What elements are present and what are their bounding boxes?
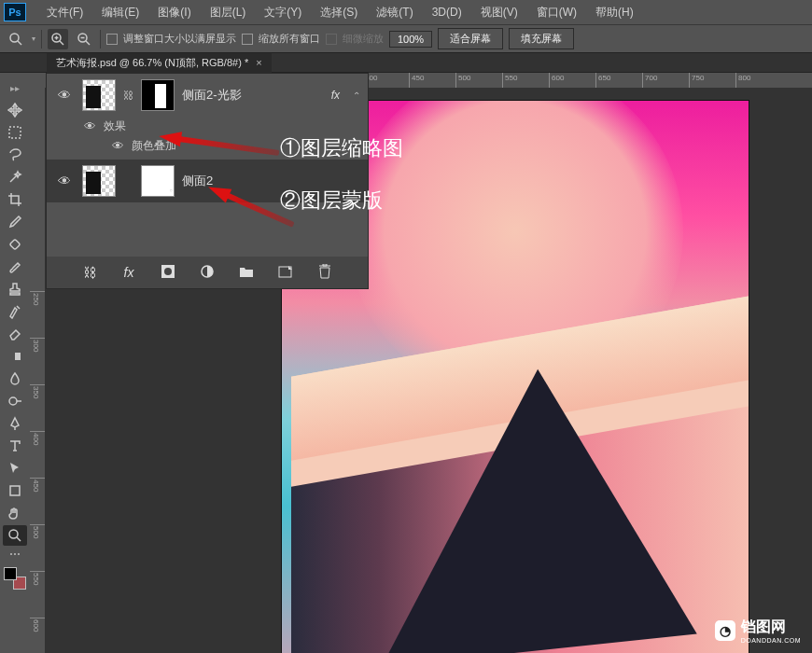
color-swatches[interactable]: [4, 567, 26, 590]
ruler-tick: 550: [505, 74, 517, 82]
layer-mask-thumbnail[interactable]: [141, 79, 175, 111]
link-icon[interactable]: ⛓: [123, 90, 133, 101]
ruler-tick: 800: [738, 74, 750, 82]
panel-footer: ⛓ fx: [47, 257, 368, 288]
ruler-tick: 300: [32, 340, 40, 352]
lasso-tool[interactable]: [3, 145, 27, 165]
marquee-tool[interactable]: [3, 122, 27, 143]
shape-tool[interactable]: [3, 480, 27, 501]
ruler-origin[interactable]: [30, 73, 45, 88]
dodge-tool[interactable]: [3, 391, 27, 411]
eraser-tool[interactable]: [3, 324, 27, 344]
smart-object-thumbnail[interactable]: ▫: [141, 165, 175, 197]
foreground-color-swatch[interactable]: [4, 567, 17, 580]
new-group-icon[interactable]: [237, 265, 256, 281]
layer-name[interactable]: 侧面2-光影: [182, 87, 324, 104]
ruler-tick: 650: [598, 74, 610, 82]
menu-window[interactable]: 窗口(W): [527, 1, 586, 24]
separator: [100, 30, 101, 49]
dropdown-caret-icon[interactable]: ▾: [32, 35, 35, 43]
annotation-thumbnail: ①图层缩略图: [280, 134, 403, 162]
zoom-tool[interactable]: [3, 525, 27, 546]
pen-tool[interactable]: [3, 413, 27, 434]
path-select-tool[interactable]: [3, 458, 27, 479]
layers-panel[interactable]: 👁 ⛓ 侧面2-光影 fx ⌃ 👁 效果 👁 颜色叠加 👁 ⛓ ▫ 侧面2 ⛓ …: [46, 73, 369, 289]
blur-tool[interactable]: [3, 368, 27, 389]
svg-line-1: [18, 41, 21, 45]
fit-screen-button[interactable]: 适合屏幕: [438, 28, 503, 49]
visibility-toggle-icon[interactable]: 👁: [58, 88, 71, 103]
fit-window-checkbox[interactable]: 调整窗口大小以满屏显示: [106, 32, 236, 46]
menu-3d[interactable]: 3D(D): [423, 2, 471, 22]
watermark-icon: ◔: [715, 620, 735, 641]
layer-row[interactable]: 👁 ⛓ 侧面2-光影 fx ⌃: [47, 74, 368, 117]
ruler-tick: 600: [32, 619, 40, 632]
svg-rect-16: [10, 486, 20, 495]
type-tool[interactable]: [3, 436, 27, 456]
brush-tool[interactable]: [3, 257, 27, 277]
adjustment-layer-icon[interactable]: [198, 264, 217, 282]
visibility-toggle-icon[interactable]: 👁: [58, 174, 71, 188]
history-brush-tool[interactable]: [3, 301, 27, 322]
fx-button[interactable]: fx: [119, 265, 138, 280]
hand-tool[interactable]: [3, 503, 27, 523]
link-layers-icon[interactable]: ⛓: [80, 265, 99, 280]
ruler-vertical[interactable]: 250 300 350 400 450 500 550 600: [30, 88, 45, 653]
svg-line-3: [60, 41, 63, 45]
options-bar: ▾ 调整窗口大小以满屏显示 缩放所有窗口 细微缩放 100% 适合屏幕 填充屏幕: [0, 24, 812, 52]
eyedropper-tool[interactable]: [3, 212, 27, 232]
tab-title: 艺术海报.psd @ 66.7% (N顶部, RGB/8#) *: [56, 56, 248, 70]
menu-image[interactable]: 图像(I): [148, 1, 200, 24]
move-tool[interactable]: [3, 100, 27, 120]
ruler-tick: 400: [32, 433, 40, 445]
visibility-toggle-icon[interactable]: 👁: [112, 139, 124, 153]
layer-thumbnail[interactable]: [82, 165, 116, 197]
tab-close-icon[interactable]: ×: [256, 57, 261, 68]
svg-point-0: [10, 34, 19, 42]
ruler-tick: 450: [32, 479, 40, 492]
app-logo: Ps: [4, 3, 26, 21]
new-layer-icon[interactable]: [276, 265, 295, 281]
visibility-toggle-icon[interactable]: 👁: [84, 119, 96, 133]
menu-filter[interactable]: 滤镜(T): [367, 1, 422, 24]
annotation-mask: ②图层蒙版: [280, 187, 383, 215]
svg-line-18: [17, 537, 21, 541]
menu-select[interactable]: 选择(S): [311, 1, 367, 24]
expand-toolbar-icon[interactable]: ▸▸: [3, 77, 27, 98]
menu-view[interactable]: 视图(V): [471, 1, 527, 24]
layer-thumbnail[interactable]: [82, 79, 116, 111]
menu-help[interactable]: 帮助(H): [586, 1, 643, 24]
collapse-icon[interactable]: ⌃: [353, 90, 360, 101]
menu-edit[interactable]: 编辑(E): [92, 1, 148, 24]
ruler-tick: 600: [552, 74, 564, 82]
zoom-in-icon[interactable]: [48, 29, 68, 49]
ruler-tick: 250: [32, 293, 40, 305]
zoom-out-icon[interactable]: [74, 29, 94, 49]
zoom-100-button[interactable]: 100%: [389, 31, 432, 48]
crop-tool[interactable]: [3, 189, 27, 210]
watermark-url: DOANDDAN.COM: [741, 637, 801, 644]
tab-document[interactable]: 艺术海报.psd @ 66.7% (N顶部, RGB/8#) * ×: [47, 53, 272, 73]
healing-tool[interactable]: [3, 234, 27, 255]
menu-type[interactable]: 文字(Y): [255, 1, 311, 24]
gradient-tool[interactable]: [3, 346, 27, 367]
effects-row[interactable]: 👁 效果: [47, 117, 368, 136]
ruler-tick: 500: [32, 526, 40, 538]
svg-point-17: [9, 530, 18, 538]
zoom-tool-icon[interactable]: [6, 29, 26, 49]
delete-layer-icon[interactable]: [315, 264, 334, 282]
stamp-tool[interactable]: [3, 279, 27, 299]
menu-bar: Ps 文件(F) 编辑(E) 图像(I) 图层(L) 文字(Y) 选择(S) 滤…: [0, 0, 812, 24]
scrubby-zoom-checkbox: 细微缩放: [326, 32, 384, 46]
scale-all-checkbox[interactable]: 缩放所有窗口: [242, 32, 320, 46]
fit-window-label: 调整窗口大小以满屏显示: [123, 32, 236, 46]
svg-rect-13: [9, 353, 15, 360]
fx-badge[interactable]: fx: [331, 89, 340, 102]
fill-screen-button[interactable]: 填充屏幕: [509, 28, 574, 49]
magic-wand-tool[interactable]: [3, 167, 27, 188]
svg-point-20: [164, 268, 172, 275]
menu-layer[interactable]: 图层(L): [201, 1, 256, 24]
menu-file[interactable]: 文件(F): [37, 1, 92, 24]
scrubby-label: 细微缩放: [343, 32, 384, 46]
add-mask-icon[interactable]: [159, 264, 177, 282]
